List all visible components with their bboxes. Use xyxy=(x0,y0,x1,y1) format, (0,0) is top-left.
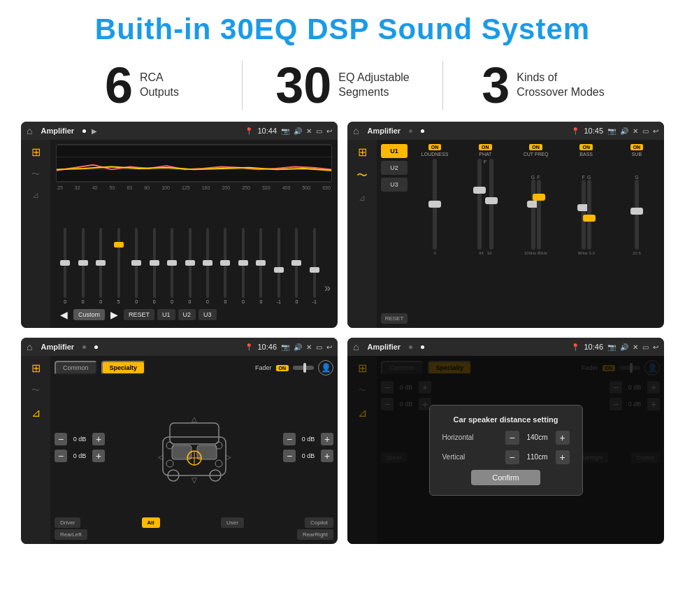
amp-reset-button[interactable]: RESET xyxy=(381,313,408,324)
vol-minus-0[interactable]: − xyxy=(55,433,67,445)
eq-icon[interactable]: ⊞ xyxy=(31,145,41,159)
slider-track-8[interactable] xyxy=(206,228,209,298)
driver-button[interactable]: Driver xyxy=(55,517,80,528)
horizontal-plus-button[interactable]: + xyxy=(556,431,570,445)
user-button[interactable]: User xyxy=(221,517,244,528)
wave-icon-3[interactable]: 〜 xyxy=(31,385,40,396)
slider-track-5[interactable] xyxy=(153,228,156,298)
close-icon-2[interactable]: ✕ xyxy=(633,127,638,135)
rearleft-button[interactable]: RearLeft xyxy=(55,529,87,540)
slider-track-0[interactable] xyxy=(64,228,66,298)
close-icon-3[interactable]: ✕ xyxy=(306,343,312,351)
eq-icon-3[interactable]: ⊞ xyxy=(31,361,41,375)
home-icon-3[interactable]: ⌂ xyxy=(27,341,32,352)
u2-button[interactable]: U2 xyxy=(178,309,196,320)
preset-u1-button[interactable]: U1 xyxy=(381,144,408,158)
cutfreq-f[interactable] xyxy=(537,180,541,250)
loudness-label: LOUDNESS xyxy=(421,152,449,157)
loudness-slider[interactable] xyxy=(433,159,437,250)
slider-track-10[interactable] xyxy=(242,228,245,298)
stat-label-rca: RCA Outputs xyxy=(140,71,179,100)
rearright-button[interactable]: RearRight xyxy=(297,529,333,540)
vol-minus-3[interactable]: − xyxy=(283,450,296,462)
wave-icon-2[interactable]: 〜 xyxy=(356,169,368,183)
vol-plus-1[interactable]: + xyxy=(92,450,105,462)
svg-text:▽: ▽ xyxy=(192,476,197,484)
location-icon-2: 📍 xyxy=(571,127,579,135)
phat-slider2[interactable] xyxy=(489,159,493,250)
slider-track-13[interactable] xyxy=(295,228,298,298)
eq-icon-2[interactable]: ⊞ xyxy=(358,145,367,159)
home-icon-4[interactable]: ⌂ xyxy=(353,341,359,352)
stat-label-crossover: Kinds of Crossover Modes xyxy=(517,71,604,100)
preset-custom-button[interactable]: Custom xyxy=(73,309,105,320)
profile-icon[interactable]: 👤 xyxy=(318,360,333,375)
preset-u2-button[interactable]: U2 xyxy=(381,161,408,175)
slider-track-3[interactable] xyxy=(117,228,120,298)
stat-number-crossover: 3 xyxy=(482,60,510,110)
slider-track-9[interactable] xyxy=(224,228,226,298)
phat-slider1[interactable] xyxy=(477,159,482,250)
back-icon-4[interactable]: ↩ xyxy=(653,343,658,351)
slider-track-6[interactable] xyxy=(171,228,173,298)
vertical-plus-button[interactable]: + xyxy=(556,450,570,464)
all-button[interactable]: All xyxy=(142,517,160,528)
prev-button[interactable]: ◀ xyxy=(57,307,71,322)
cutfreq-g[interactable] xyxy=(531,180,535,250)
back-icon[interactable]: ↩ xyxy=(326,127,332,135)
back-icon-2[interactable]: ↩ xyxy=(653,127,658,135)
screen-specialty: ⌂ Amplifier 📍 10:46 📷 🔊 ✕ ▭ ↩ ⊞ 〜 ⊿ xyxy=(21,338,338,544)
home-icon-2[interactable]: ⌂ xyxy=(353,125,359,136)
slider-col-7: 0 xyxy=(182,228,197,304)
confirm-button[interactable]: Confirm xyxy=(471,470,540,485)
stat-label-eq: EQ Adjustable Segments xyxy=(338,71,409,100)
eq-content: 2532405063 80100125160200 25032040050063… xyxy=(50,140,338,328)
slider-track-14[interactable] xyxy=(313,228,316,298)
vol-plus-3[interactable]: + xyxy=(321,450,333,462)
volume-ctrl-icon-2[interactable]: ⊿ xyxy=(359,193,366,203)
volume-icon-3: 🔊 xyxy=(294,343,302,351)
common-tab[interactable]: Common xyxy=(55,361,97,375)
vol-plus-2[interactable]: + xyxy=(321,433,333,445)
slider-track-7[interactable] xyxy=(189,228,192,298)
close-icon[interactable]: ✕ xyxy=(306,127,312,135)
time-3: 10:46 xyxy=(257,343,277,351)
vol-plus-0[interactable]: + xyxy=(92,433,105,445)
car-diagram: ◁ ▷ △ ▽ xyxy=(110,380,277,515)
svg-rect-4 xyxy=(172,445,192,459)
slider-track-11[interactable] xyxy=(259,228,262,298)
slider-track-4[interactable] xyxy=(135,228,138,298)
slider-track-12[interactable] xyxy=(277,228,280,298)
sub-g[interactable] xyxy=(635,180,639,250)
back-icon-3[interactable]: ↩ xyxy=(326,343,332,351)
time-1: 10:44 xyxy=(257,127,277,135)
copilot-button[interactable]: Copilot xyxy=(305,517,333,528)
amp-presets: U1 U2 U3 RESET xyxy=(381,144,408,324)
slider-track-1[interactable] xyxy=(82,228,85,298)
volume-ctrl-icon-3[interactable]: ⊿ xyxy=(31,406,41,420)
vol-minus-1[interactable]: − xyxy=(55,450,67,462)
vol-minus-2[interactable]: − xyxy=(283,433,296,445)
eq-bottom: ◀ Custom ▶ RESET U1 U2 U3 xyxy=(56,304,332,324)
slider-col-2: 0 xyxy=(93,228,108,304)
wave-icon[interactable]: 〜 xyxy=(31,169,40,180)
slider-track-2[interactable] xyxy=(99,228,102,298)
preset-u3-button[interactable]: U3 xyxy=(381,178,408,192)
more-arrow[interactable]: » xyxy=(324,282,331,304)
screen-4-body: ⊞ 〜 ⊿ Common Specialty Fader ON 👤 xyxy=(347,356,664,544)
u1-button[interactable]: U1 xyxy=(157,309,175,320)
specialty-tab[interactable]: Specialty xyxy=(101,361,146,375)
reset-button[interactable]: RESET xyxy=(124,309,154,320)
dialog-overlay: Car speaker distance setting Horizontal … xyxy=(347,356,664,544)
volume-ctrl-icon[interactable]: ⊿ xyxy=(32,190,39,200)
slider-col-1: 0 xyxy=(75,228,90,304)
next-button[interactable]: ▶ xyxy=(108,307,121,322)
stat-crossover: 3 Kinds of Crossover Modes xyxy=(443,60,643,110)
bass-g[interactable] xyxy=(587,180,591,250)
home-icon[interactable]: ⌂ xyxy=(27,125,32,136)
horizontal-minus-button[interactable]: − xyxy=(505,431,519,445)
close-icon-4[interactable]: ✕ xyxy=(633,343,638,351)
fader-slider[interactable] xyxy=(293,366,314,370)
vertical-minus-button[interactable]: − xyxy=(505,450,519,464)
u3-button[interactable]: U3 xyxy=(199,309,217,320)
